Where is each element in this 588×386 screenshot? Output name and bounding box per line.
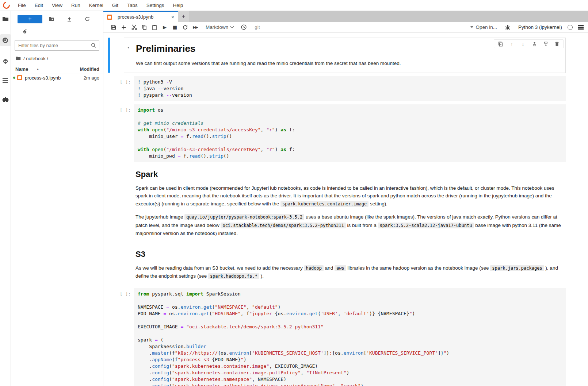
upload-icon[interactable] xyxy=(60,15,78,23)
new-launcher-button[interactable]: + xyxy=(18,15,42,23)
menu-item-settings[interactable]: Settings xyxy=(142,3,169,8)
code-line: POD_NAME = os.environ.get("HOSTNAME", f"… xyxy=(138,310,562,317)
close-tab-icon[interactable]: × xyxy=(171,14,174,20)
code-line: spark = ( xyxy=(138,337,562,343)
cell-gutter xyxy=(108,165,134,242)
debugger-bug-icon[interactable] xyxy=(503,23,513,32)
notebook-cell-markdown[interactable]: SparkSpark can be used in client mode (r… xyxy=(108,165,566,242)
inline-code: spark.hadoopo.fs.* xyxy=(208,273,259,279)
git-toolbar-label[interactable]: git xyxy=(255,25,260,30)
file-name: process-s3.ipynb xyxy=(25,75,74,81)
paste-cells-icon[interactable] xyxy=(149,23,160,32)
execution-prompt: [ ]: xyxy=(108,76,134,85)
tab-process-s3[interactable]: process-s3.ipynb × xyxy=(103,11,178,22)
menu-item-kernel[interactable]: Kernel xyxy=(85,3,108,8)
delete-cell-icon[interactable] xyxy=(554,41,560,47)
menu-item-edit[interactable]: Edit xyxy=(30,3,47,8)
notebook-cell-code[interactable]: [ ]:import os # get minio credentialswit… xyxy=(108,104,566,162)
notebook-cell-markdown[interactable]: S3As we will be reading data from an S3 … xyxy=(108,245,566,285)
code-line: with open("/minio-s3-credentials/accessK… xyxy=(138,127,562,133)
markdown-body[interactable]: SparkSpark can be used in client mode (r… xyxy=(134,165,566,242)
insert-cell-below-icon[interactable] xyxy=(543,41,549,47)
code-line xyxy=(138,113,562,120)
file-browser-icon[interactable] xyxy=(1,15,9,23)
notebook-cell-markdown[interactable]: ▾PreliminariesWe can first output some v… xyxy=(108,38,566,73)
search-icon xyxy=(91,42,96,49)
code-editor[interactable]: ! python3 -V! java --version! pyspark --… xyxy=(134,76,566,101)
inline-code: spark.jars.packages xyxy=(490,265,544,271)
kernel-name[interactable]: Python 3 (ipykernel) xyxy=(518,24,562,30)
file-list: process-s3.ipynb2m ago xyxy=(11,73,103,82)
tab-bar: process-s3.ipynb × + xyxy=(103,11,588,22)
git-sidebar-icon[interactable] xyxy=(1,57,9,65)
notebook-cell-code[interactable]: [ ]:! python3 -V! java --version! pyspar… xyxy=(108,76,566,101)
breadcrumb-path: / notebook / xyxy=(23,56,48,61)
cell-gutter: [ ]: xyxy=(108,288,134,386)
execution-prompt: [ ]: xyxy=(108,104,134,113)
breadcrumb[interactable]: / notebook / xyxy=(15,55,99,61)
cell-gutter: [ ]: xyxy=(108,76,134,101)
open-in-dropdown[interactable]: Open in... xyxy=(470,24,497,30)
code-line: import os xyxy=(138,107,562,113)
menu-item-run[interactable]: Run xyxy=(67,3,85,8)
run-cell-icon[interactable]: ▶ xyxy=(160,23,170,32)
code-line: minio_pwd = f.read().strip() xyxy=(138,153,562,159)
open-in-label: Open in... xyxy=(476,24,497,30)
cell-list: ▾PreliminariesWe can first output some v… xyxy=(108,38,566,386)
move-cell-down-icon[interactable]: ↓ xyxy=(520,41,526,47)
notebook-toolbar: ▶ ■ ▶▶ Markdown git Open in xyxy=(103,22,588,33)
selected-cell-indicator xyxy=(108,38,110,73)
filter-files-input[interactable] xyxy=(15,40,99,51)
clone-repo-icon[interactable] xyxy=(22,28,28,35)
panel-menu-icon[interactable] xyxy=(578,25,584,30)
copy-cells-icon[interactable] xyxy=(139,23,149,32)
markdown-heading: Spark xyxy=(135,170,566,179)
new-tab-button[interactable]: + xyxy=(178,11,189,22)
menu-item-git[interactable]: Git xyxy=(108,3,123,8)
running-kernels-icon[interactable] xyxy=(0,34,11,46)
menu-item-help[interactable]: Help xyxy=(168,3,187,8)
code-line: .master(f"k8s://https://{os.environ['KUB… xyxy=(138,350,562,356)
restart-kernel-icon[interactable] xyxy=(180,23,190,32)
notebook-content: ▾PreliminariesWe can first output some v… xyxy=(103,33,588,386)
sort-by-name-header[interactable]: Name ▲ xyxy=(15,66,70,72)
sort-by-modified-header[interactable]: Modified xyxy=(73,66,99,72)
code-line: .appName(f"process-s3-{POD_NAME}") xyxy=(138,356,562,363)
extension-manager-icon[interactable] xyxy=(1,96,9,104)
sort-asc-icon: ▲ xyxy=(36,67,39,71)
code-line: .config("spark.kubernetes.container.imag… xyxy=(138,363,562,370)
toc-lines xyxy=(3,78,8,83)
menu-item-view[interactable]: View xyxy=(47,3,67,8)
insert-cell-icon[interactable] xyxy=(119,23,129,32)
move-cell-up-icon[interactable]: ↑ xyxy=(509,41,515,47)
code-editor[interactable]: import os # get minio credentialswith op… xyxy=(134,104,566,162)
heading-collapser-icon[interactable]: ▾ xyxy=(127,45,129,49)
file-row[interactable]: process-s3.ipynb2m ago xyxy=(11,73,103,82)
menu-item-tabs[interactable]: Tabs xyxy=(123,3,142,8)
code-line: with open("/minio-s3-credentials/secretK… xyxy=(138,146,562,153)
execution-time-icon[interactable] xyxy=(238,23,249,32)
cell-toolbar: ↑↓ xyxy=(494,39,564,48)
file-modified: 2m ago xyxy=(74,75,99,81)
stop-kernel-icon[interactable]: ■ xyxy=(170,23,180,32)
menu-item-file[interactable]: File xyxy=(14,3,30,8)
cut-cells-icon[interactable] xyxy=(129,23,139,32)
restart-run-all-icon[interactable]: ▶▶ xyxy=(190,23,201,32)
save-icon[interactable] xyxy=(108,23,119,32)
kernel-status-icon[interactable] xyxy=(568,25,573,30)
refresh-icon[interactable] xyxy=(79,15,96,23)
inline-code: oci.stackable.tech/demos/spark:3.5.2-pyt… xyxy=(221,223,345,228)
cell-gutter: [ ]: xyxy=(108,104,134,162)
code-editor[interactable]: from pyspark.sql import SparkSession NAM… xyxy=(134,288,566,386)
code-line: ! java --version xyxy=(138,85,562,92)
new-folder-icon[interactable] xyxy=(42,15,60,23)
table-of-contents-icon[interactable] xyxy=(1,77,9,85)
notebook-cell-code[interactable]: [ ]:from pyspark.sql import SparkSession… xyxy=(108,288,566,386)
insert-cell-above-icon[interactable] xyxy=(531,41,537,47)
running-kernel-dot xyxy=(13,77,15,79)
file-list-header: Name ▲ Modified xyxy=(11,65,103,73)
cell-type-select[interactable]: Markdown xyxy=(206,24,233,30)
markdown-body[interactable]: S3As we will be reading data from an S3 … xyxy=(134,245,566,285)
markdown-paragraph: As we will be reading data from an S3 bu… xyxy=(135,264,566,281)
duplicate-cell-icon[interactable] xyxy=(497,41,503,47)
